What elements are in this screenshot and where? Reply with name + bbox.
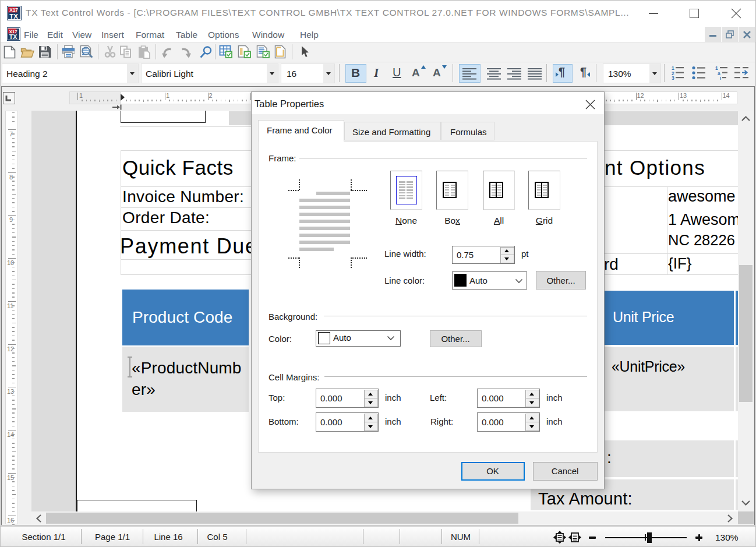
svg-text:3: 3 [672,75,674,80]
svg-text:TX: TX [9,13,18,20]
svg-text:TX: TX [9,33,17,40]
svg-text:i: i [720,75,721,80]
